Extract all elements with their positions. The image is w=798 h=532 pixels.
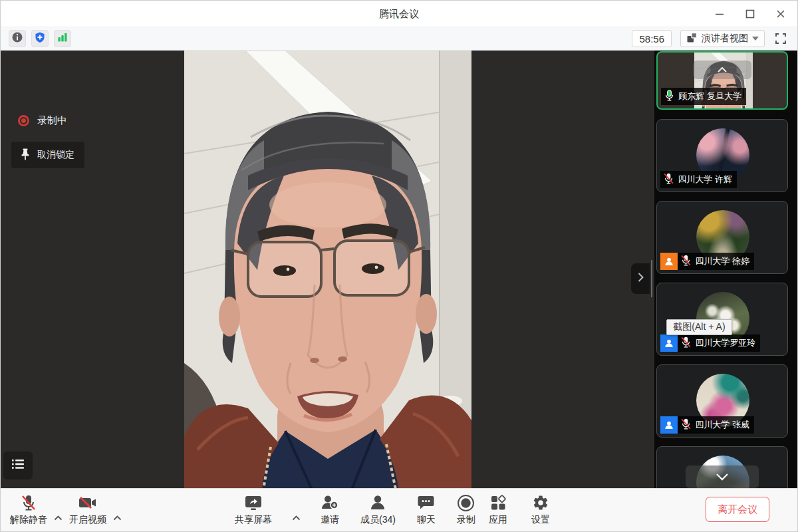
invite-person-icon	[321, 493, 339, 512]
security-button[interactable]	[31, 30, 49, 47]
recording-dot-icon	[18, 115, 29, 126]
chat-bubble-icon	[417, 493, 435, 512]
invite-button[interactable]: 邀请	[318, 489, 342, 531]
recording-label: 录制中	[37, 114, 67, 127]
mic-on-icon	[664, 89, 675, 104]
mic-muted-icon	[20, 493, 37, 512]
network-quality-button[interactable]	[54, 30, 71, 47]
participants-sidebar: 顾东辉 复旦大学	[654, 51, 797, 489]
share-screen-icon	[243, 493, 263, 512]
share-screen-button[interactable]: 共享屏幕	[232, 489, 275, 531]
participant-tile[interactable]: 四川大学 许辉	[656, 119, 788, 192]
sidebar-collapse-button[interactable]	[631, 263, 650, 294]
unpin-label: 取消锁定	[37, 149, 74, 161]
layout-view-icon	[686, 32, 698, 45]
main-stage: 录制中 取消锁定	[1, 51, 654, 489]
signal-bars-icon	[57, 31, 68, 46]
chevron-down-icon	[752, 37, 759, 41]
participant-tile-active[interactable]: 顾东辉 复旦大学	[656, 51, 788, 110]
meeting-info-button[interactable]	[9, 30, 26, 47]
profile-badge-icon	[660, 253, 678, 270]
participant-name: 四川大学 张威	[695, 419, 749, 431]
mic-options-caret[interactable]	[53, 511, 64, 531]
participant-name: 顾东辉 复旦大学	[678, 90, 741, 102]
participant-tile[interactable]: 截图(Alt + A)	[656, 283, 788, 356]
chevron-right-icon	[636, 272, 644, 285]
meeting-toolbar: 58:56 演讲者视图	[1, 27, 797, 51]
settings-button[interactable]: 设置	[529, 489, 553, 531]
view-mode-select[interactable]: 演讲者视图	[680, 30, 765, 47]
view-mode-label: 演讲者视图	[702, 33, 748, 45]
gear-icon	[532, 493, 549, 512]
participant-name: 四川大学罗亚玲	[695, 337, 755, 349]
control-bar: 解除静音 开启视频	[1, 488, 797, 531]
mic-muted-icon	[680, 254, 692, 269]
close-icon[interactable]	[773, 7, 788, 21]
shield-plus-icon	[34, 31, 46, 46]
camera-options-caret[interactable]	[112, 511, 123, 531]
mic-muted-icon	[663, 172, 674, 187]
window-title: 腾讯会议	[1, 1, 797, 27]
apps-grid-icon	[489, 493, 507, 512]
participant-tile[interactable]: 四川大学 张威	[656, 364, 788, 438]
mic-muted-icon	[680, 336, 692, 350]
start-video-button[interactable]: 开启视频	[66, 489, 109, 531]
layout-list-button[interactable]	[3, 452, 33, 479]
screenshot-tooltip: 截图(Alt + A)	[666, 319, 732, 335]
camera-off-icon	[78, 493, 98, 512]
record-button[interactable]: 录制	[454, 489, 478, 531]
list-icon	[11, 458, 25, 473]
meeting-window: 腾讯会议	[0, 0, 798, 532]
unmute-button[interactable]: 解除静音	[7, 489, 50, 531]
participant-tile[interactable]: 四川大学 徐婷	[656, 201, 788, 274]
scroll-down-button[interactable]	[686, 466, 759, 488]
scroll-up-button[interactable]	[693, 61, 751, 79]
members-icon	[369, 493, 386, 512]
maximize-icon[interactable]	[743, 7, 757, 21]
participant-name: 四川大学 许辉	[678, 174, 732, 186]
meeting-timer: 58:56	[632, 30, 672, 47]
record-circle-icon	[457, 493, 475, 512]
profile-badge-icon	[660, 334, 678, 352]
fullscreen-icon[interactable]	[773, 31, 788, 46]
chat-button[interactable]: 聊天	[414, 489, 438, 531]
recording-indicator: 录制中	[18, 114, 67, 127]
leave-meeting-button[interactable]: 离开会议	[706, 497, 769, 522]
share-options-caret[interactable]	[291, 511, 302, 531]
profile-badge-icon	[660, 416, 678, 434]
members-button[interactable]: 成员(34)	[358, 489, 398, 531]
info-icon	[11, 31, 23, 46]
titlebar[interactable]: 腾讯会议	[1, 1, 797, 27]
unpin-button[interactable]: 取消锁定	[11, 142, 84, 168]
participant-tile[interactable]	[656, 446, 788, 489]
apps-button[interactable]: 应用	[486, 489, 510, 531]
mic-muted-icon	[680, 418, 692, 432]
minimize-icon[interactable]	[712, 7, 727, 21]
speaker-video[interactable]	[184, 51, 471, 489]
pin-icon	[20, 148, 31, 162]
participant-name: 四川大学 徐婷	[695, 255, 749, 267]
